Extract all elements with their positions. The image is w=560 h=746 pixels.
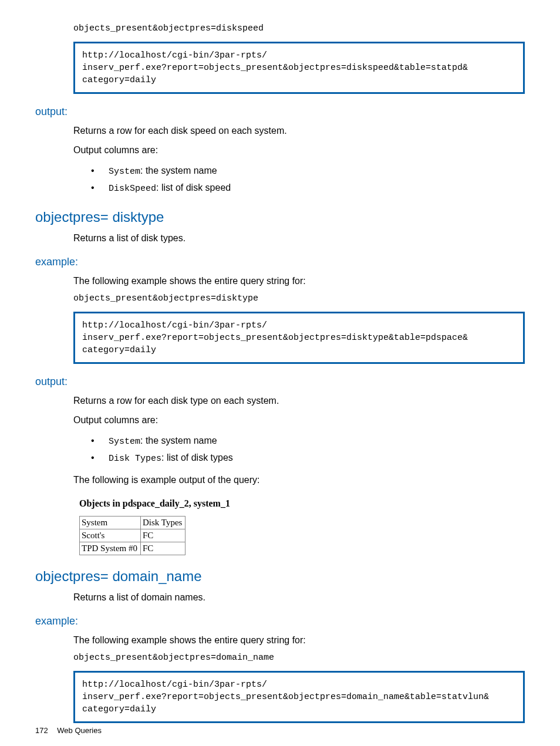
bullet-text: : the system name (140, 166, 217, 175)
diskspeed-output-heading: output: (35, 106, 525, 118)
domainname-example-desc: The following example shows the entire q… (73, 633, 525, 647)
table-header-cell: Disk Types (141, 517, 185, 529)
diskspeed-output-desc1: Returns a row for each disk speed on eac… (73, 124, 525, 137)
disktype-output-heading: output: (35, 376, 525, 388)
diskspeed-output-desc2: Output columns are: (73, 143, 525, 157)
diskspeed-query-line: objects_present&objectpres=diskspeed (73, 23, 525, 33)
disktype-output-desc1: Returns a row for each disk type on each… (73, 394, 525, 407)
bullet-text: : list of disk types (161, 453, 233, 463)
bullet-code: System (109, 437, 140, 447)
disktype-example-heading: example: (35, 256, 525, 268)
table-header-cell: System (80, 517, 141, 529)
disktype-query-line: objects_present&objectpres=disktype (73, 293, 525, 303)
disktype-output-table: System Disk Types Scott's FC TPD System … (79, 516, 185, 555)
diskspeed-bullets: System: the system name DiskSpeed: list … (85, 163, 525, 196)
diskspeed-code-box: http://localhost/cgi-bin/3par-rpts/ inse… (73, 42, 525, 94)
disktype-output-desc3: The following is example output of the q… (73, 473, 525, 487)
disktype-code-box: http://localhost/cgi-bin/3par-rpts/ inse… (73, 312, 525, 364)
bullet-code: Disk Types (109, 454, 161, 464)
table-row: TPD System #0 FC (80, 542, 185, 555)
page-footer: 172 Web Queries (35, 726, 102, 735)
bullet-text: : the system name (140, 436, 217, 445)
domainname-example-heading: example: (35, 615, 525, 627)
domainname-intro: Returns a list of domain names. (73, 590, 525, 604)
list-item: Disk Types: list of disk types (85, 450, 525, 467)
table-cell: FC (141, 542, 185, 555)
disktype-heading: objectpres= disktype (35, 209, 525, 225)
disktype-output-desc2: Output columns are: (73, 413, 525, 427)
table-cell: Scott's (80, 529, 141, 542)
bullet-text: : list of disk speed (156, 183, 231, 193)
domainname-code-box: http://localhost/cgi-bin/3par-rpts/ inse… (73, 671, 525, 723)
disktype-table-title: Objects in pdspace_daily_2, system_1 (79, 498, 525, 509)
bullet-code: DiskSpeed (109, 184, 156, 194)
list-item: System: the system name (85, 163, 525, 180)
disktype-intro: Returns a list of disk types. (73, 231, 525, 245)
bullet-code: System (109, 167, 140, 177)
disktype-example-desc: The following example shows the entire q… (73, 274, 525, 288)
table-cell: FC (141, 529, 185, 542)
page-container: objects_present&objectpres=diskspeed htt… (0, 0, 560, 746)
footer-label: Web Queries (57, 726, 102, 735)
table-cell: TPD System #0 (80, 542, 141, 555)
domainname-query-line: objects_present&objectpres=domain_name (73, 653, 525, 663)
list-item: System: the system name (85, 433, 525, 450)
disktype-bullets: System: the system name Disk Types: list… (85, 433, 525, 466)
domainname-heading: objectpres= domain_name (35, 568, 525, 585)
table-row: System Disk Types (80, 517, 185, 529)
page-number: 172 (35, 726, 48, 735)
list-item: DiskSpeed: list of disk speed (85, 180, 525, 197)
table-row: Scott's FC (80, 529, 185, 542)
